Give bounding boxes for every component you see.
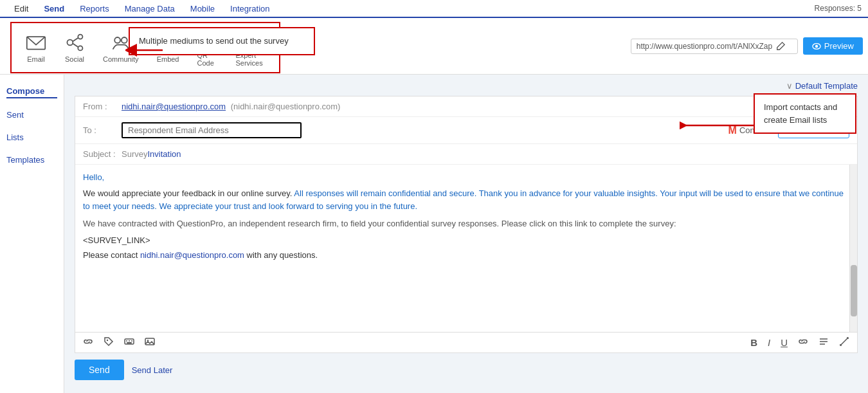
image-tool-button[interactable] <box>142 335 158 350</box>
svg-line-37 <box>840 338 848 345</box>
connect-label: Connect <box>739 125 770 135</box>
subject-label: Subject : <box>83 149 122 159</box>
gmail-m-icon: M <box>728 125 737 136</box>
svg-point-7 <box>122 37 127 43</box>
toolbar-social[interactable]: Social <box>55 30 94 66</box>
send-later-button[interactable]: Send Later <box>132 365 173 375</box>
svg-line-5 <box>73 43 78 46</box>
menu-reports[interactable]: Reports <box>72 4 117 14</box>
preview-label: Preview <box>824 41 854 51</box>
tag-tool-icon <box>104 336 114 347</box>
resize-button[interactable] <box>836 335 852 350</box>
eye-icon <box>812 42 821 51</box>
survey-url-box[interactable]: http://www.questionpro.com/t/ANlXxZap <box>631 39 798 54</box>
italic-button[interactable]: I <box>765 335 773 350</box>
link-tool-icon <box>83 336 93 347</box>
sidebar-item-templates[interactable]: Templates <box>6 154 57 166</box>
toolbar-embed-label: Embed <box>157 55 179 63</box>
hyperlink-button[interactable] <box>795 335 811 350</box>
svg-point-1 <box>67 39 73 45</box>
to-label: To : <box>83 125 122 135</box>
svg-line-4 <box>73 37 78 41</box>
body-hello: Hello, <box>83 172 844 182</box>
subject-invitation: Invitation <box>147 149 181 159</box>
svg-point-2 <box>78 34 82 39</box>
resize-icon <box>839 336 849 347</box>
underline-button[interactable]: U <box>778 335 790 350</box>
subject-survey: Survey <box>122 149 147 159</box>
scrollbar[interactable] <box>849 165 857 332</box>
toolbar-community-label: Community <box>103 55 139 63</box>
format-right-tools: B I U <box>748 335 852 350</box>
from-name: nidhi.nair@questionpro.com (nidhi.nair@q… <box>122 102 340 111</box>
select-email-list-button[interactable]: Select Email List <box>778 123 849 138</box>
preview-button[interactable]: Preview <box>803 37 863 55</box>
top-menu-bar: Edit Send Reports Manage Data Mobile Int… <box>0 0 868 18</box>
social-icon <box>64 32 85 53</box>
scrollbar-thumb <box>851 265 857 316</box>
toolbar-social-label: Social <box>65 55 84 63</box>
callout-mediums: Multiple mediums to send out the survey <box>129 27 315 55</box>
sidebar-item-sent[interactable]: Sent <box>6 109 57 121</box>
header-right-area: http://www.questionpro.com/t/ANlXxZap Pr… <box>631 37 863 55</box>
menu-send[interactable]: Send <box>36 4 72 14</box>
default-template-label: Default Template <box>795 81 858 91</box>
send-area: Send Send Later <box>75 353 858 387</box>
from-email-text: (nidhi.nair@questionpro.com) <box>231 102 341 111</box>
svg-point-26 <box>107 340 108 341</box>
from-row: From : nidhi.nair@questionpro.com (nidhi… <box>75 96 857 117</box>
svg-point-3 <box>78 46 82 50</box>
url-text: http://www.questionpro.com/t/ANlXxZap <box>637 42 772 51</box>
edit-icon[interactable] <box>776 42 785 51</box>
send-button[interactable]: Send <box>75 360 124 380</box>
default-template-row[interactable]: ∨ Default Template <box>75 81 858 91</box>
body-para1: We would appreciate your feedback in our… <box>83 187 844 212</box>
to-row: To : M Connect Select Email List <box>75 117 857 144</box>
sidebar-item-lists[interactable]: Lists <box>6 131 57 143</box>
compose-body[interactable]: Hello, We would appreciate your feedback… <box>75 165 857 332</box>
svg-point-6 <box>114 37 120 43</box>
toolbar-email-label: Email <box>27 55 45 63</box>
link-tool-button[interactable] <box>80 335 96 350</box>
align-button[interactable] <box>816 335 831 350</box>
image-tool-icon <box>145 336 155 347</box>
sidebar: Compose Sent Lists Templates <box>0 75 64 393</box>
to-input[interactable] <box>122 122 302 138</box>
gmail-connect[interactable]: M Connect <box>728 125 771 136</box>
body-para2: We have contracted with QuestionPro, an … <box>83 217 844 230</box>
body-para3: Please contact nidhi.nair@questionpro.co… <box>83 250 844 260</box>
sidebar-item-compose[interactable]: Compose <box>6 85 57 98</box>
menu-managedata[interactable]: Manage Data <box>117 4 183 14</box>
hyperlink-icon <box>798 336 808 347</box>
content-area: ∨ Default Template From : nidhi.nair@que… <box>64 75 868 393</box>
responses-count: Responses: 5 <box>815 4 862 13</box>
menu-integration[interactable]: Integration <box>222 4 277 14</box>
keyboard-tool-button[interactable] <box>122 335 137 350</box>
community-icon <box>111 32 131 53</box>
align-icon <box>818 336 829 347</box>
keyboard-tool-icon <box>124 336 134 347</box>
compose-box: From : nidhi.nair@questionpro.com (nidhi… <box>75 96 858 353</box>
email-icon <box>26 32 46 53</box>
toolbar-email[interactable]: Email <box>17 30 55 66</box>
menu-edit[interactable]: Edit <box>6 4 36 14</box>
from-name-text: nidhi.nair@questionpro.com <box>122 102 226 111</box>
menu-mobile[interactable]: Mobile <box>183 4 222 14</box>
from-label: From : <box>83 102 122 111</box>
subject-row: Subject : Survey Invitation <box>75 144 857 165</box>
tag-tool-button[interactable] <box>101 335 116 350</box>
main-container: Compose Sent Lists Templates ∨ Default T… <box>0 75 868 393</box>
bold-button[interactable]: B <box>748 335 760 350</box>
svg-point-23 <box>815 44 818 47</box>
format-toolbar: B I U <box>75 332 857 352</box>
body-link: <SURVEY_LINK> <box>83 235 844 245</box>
